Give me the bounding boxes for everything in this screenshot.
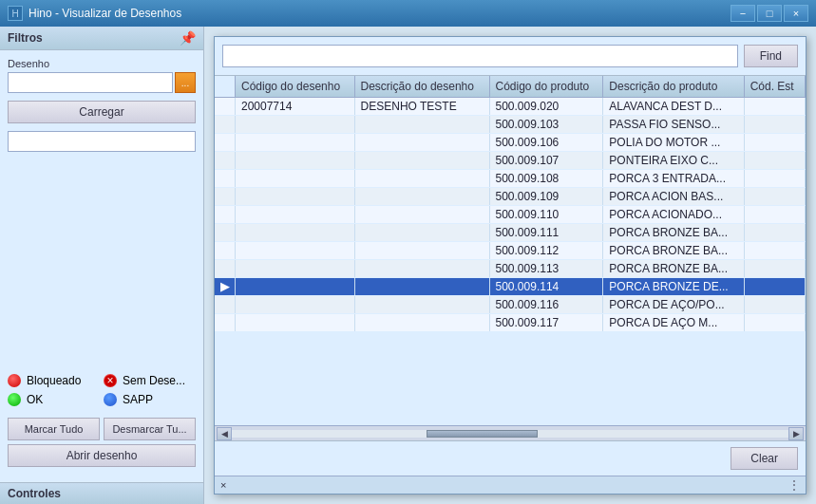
sem-desenho-dot: × bbox=[104, 374, 117, 387]
left-content: Desenho ... Carregar bbox=[0, 50, 203, 366]
row-codigo-produto: 500.009.106 bbox=[489, 134, 603, 152]
ok-dot bbox=[8, 393, 21, 406]
controles-bar: Controles bbox=[0, 482, 203, 504]
row-descricao-desenho bbox=[354, 134, 489, 152]
row-codigo-produto: 500.009.116 bbox=[489, 296, 603, 314]
row-indicator bbox=[215, 206, 236, 224]
row-indicator bbox=[215, 242, 236, 260]
bloqueado-dot bbox=[8, 374, 21, 387]
row-codigo-produto: 500.009.108 bbox=[489, 170, 603, 188]
sem-desenho-label: Sem Dese... bbox=[123, 374, 185, 387]
dialog-footer: × ⋮ bbox=[215, 476, 806, 494]
row-cod-est bbox=[744, 134, 805, 152]
row-descricao-produto: POLIA DO MOTOR ... bbox=[603, 134, 744, 152]
row-descricao-desenho bbox=[354, 152, 489, 170]
dialog-resize-handle[interactable]: ⋮ bbox=[788, 478, 800, 492]
row-indicator bbox=[215, 188, 236, 206]
row-descricao-desenho bbox=[354, 278, 489, 296]
legend-ok: OK bbox=[8, 393, 100, 406]
maximize-button[interactable]: □ bbox=[757, 5, 782, 22]
row-descricao-produto: PONTEIRA EIXO C... bbox=[603, 152, 744, 170]
table-row[interactable]: 500.009.106POLIA DO MOTOR ... bbox=[215, 134, 806, 152]
row-descricao-produto: PORCA BRONZE BA... bbox=[603, 242, 744, 260]
controles-label: Controles bbox=[8, 487, 61, 500]
row-codigo-produto: 500.009.113 bbox=[489, 260, 603, 278]
hscroll-thumb[interactable] bbox=[427, 430, 538, 438]
th-cod-est: Cód. Est bbox=[744, 76, 805, 98]
minimize-button[interactable]: − bbox=[731, 5, 755, 22]
table-scroll-area[interactable]: Código do desenho Descrição do desenho C… bbox=[215, 76, 806, 425]
carregar-button[interactable]: Carregar bbox=[8, 101, 196, 123]
close-button[interactable]: × bbox=[784, 5, 808, 22]
table-row[interactable]: 500.009.109PORCA ACION BAS... bbox=[215, 188, 806, 206]
row-codigo-produto: 500.009.109 bbox=[489, 188, 603, 206]
desenho-browse-button[interactable]: ... bbox=[175, 72, 196, 93]
desenho-input[interactable] bbox=[8, 72, 173, 93]
window-controls: − □ × bbox=[731, 5, 808, 22]
right-panel: Find Código do desenho Descrição do dese… bbox=[204, 27, 816, 504]
search-input-left[interactable] bbox=[8, 131, 196, 152]
left-panel: Filtros 📌 Desenho ... Carregar Bloqueado bbox=[0, 27, 204, 504]
action-buttons: Marcar Tudo Desmarcar Tu... bbox=[8, 418, 196, 440]
hscroll-left-arrow[interactable]: ◀ bbox=[217, 427, 232, 440]
bloqueado-label: Bloqueado bbox=[27, 374, 81, 387]
dialog-search-bar: Find bbox=[215, 37, 806, 76]
table-row[interactable]: ▶500.009.114PORCA BRONZE DE... bbox=[215, 278, 806, 296]
table-row[interactable]: 500.009.108PORCA 3 ENTRADA... bbox=[215, 170, 806, 188]
marcar-tudo-button[interactable]: Marcar Tudo bbox=[8, 418, 100, 440]
table-row[interactable]: 500.009.110PORCA ACIONADO... bbox=[215, 206, 806, 224]
table-row[interactable]: 500.009.103PASSA FIO SENSO... bbox=[215, 116, 806, 134]
main-area: Filtros 📌 Desenho ... Carregar Bloqueado bbox=[0, 27, 816, 504]
hscroll-bar[interactable]: ◀ ▶ bbox=[215, 425, 806, 440]
row-codigo-produto: 500.009.114 bbox=[489, 278, 603, 296]
row-descricao-produto: PASSA FIO SENSO... bbox=[603, 116, 744, 134]
table-row[interactable]: 500.009.107PONTEIRA EIXO C... bbox=[215, 152, 806, 170]
table-row[interactable]: 500.009.117PORCA DE AÇO M... bbox=[215, 314, 806, 332]
th-codigo-desenho: Código do desenho bbox=[236, 76, 355, 98]
table-row[interactable]: 500.009.111PORCA BRONZE BA... bbox=[215, 224, 806, 242]
legend-sapp: SAPP bbox=[104, 393, 196, 406]
row-codigo-desenho bbox=[236, 242, 355, 260]
row-codigo-desenho bbox=[236, 134, 355, 152]
row-indicator: ▶ bbox=[215, 278, 236, 296]
row-descricao-desenho bbox=[354, 242, 489, 260]
row-cod-est bbox=[744, 116, 805, 134]
pin-icon[interactable]: 📌 bbox=[180, 30, 196, 46]
row-indicator bbox=[215, 170, 236, 188]
row-cod-est bbox=[744, 260, 805, 278]
row-codigo-produto: 500.009.110 bbox=[489, 206, 603, 224]
row-indicator bbox=[215, 152, 236, 170]
row-descricao-produto: PORCA ACIONADO... bbox=[603, 206, 744, 224]
th-descricao-produto: Descrição do produto bbox=[603, 76, 744, 98]
row-indicator bbox=[215, 116, 236, 134]
abrir-desenho-button[interactable]: Abrir desenho bbox=[8, 444, 196, 467]
row-indicator bbox=[215, 224, 236, 242]
desmarcar-tudo-button[interactable]: Desmarcar Tu... bbox=[104, 418, 196, 440]
filtros-header: Filtros 📌 bbox=[0, 27, 203, 50]
row-codigo-produto: 500.009.107 bbox=[489, 152, 603, 170]
row-indicator bbox=[215, 98, 236, 116]
hscroll-right-arrow[interactable]: ▶ bbox=[788, 427, 804, 440]
row-codigo-desenho bbox=[236, 260, 355, 278]
row-descricao-desenho bbox=[354, 170, 489, 188]
clear-button[interactable]: Clear bbox=[731, 447, 798, 470]
row-codigo-desenho bbox=[236, 170, 355, 188]
th-codigo-produto: Código do produto bbox=[489, 76, 603, 98]
row-descricao-produto: PORCA DE AÇO/PO... bbox=[603, 296, 744, 314]
find-button[interactable]: Find bbox=[744, 45, 798, 67]
table-area: Código do desenho Descrição do desenho C… bbox=[215, 76, 806, 440]
row-cod-est bbox=[744, 98, 805, 116]
dialog-search-input[interactable] bbox=[222, 45, 738, 67]
hscroll-track[interactable] bbox=[232, 430, 788, 438]
dialog-close-x[interactable]: × bbox=[220, 479, 226, 491]
row-indicator bbox=[215, 134, 236, 152]
table-row[interactable]: 500.009.112PORCA BRONZE BA... bbox=[215, 242, 806, 260]
row-descricao-desenho bbox=[354, 260, 489, 278]
table-row[interactable]: 20007714DESENHO TESTE500.009.020ALAVANCA… bbox=[215, 98, 806, 116]
table-row[interactable]: 500.009.116PORCA DE AÇO/PO... bbox=[215, 296, 806, 314]
sapp-label: SAPP bbox=[123, 393, 153, 406]
modal-dialog: Find Código do desenho Descrição do dese… bbox=[214, 36, 807, 495]
row-codigo-desenho: 20007714 bbox=[236, 98, 355, 116]
table-row[interactable]: 500.009.113PORCA BRONZE BA... bbox=[215, 260, 806, 278]
row-descricao-produto: PORCA ACION BAS... bbox=[603, 188, 744, 206]
